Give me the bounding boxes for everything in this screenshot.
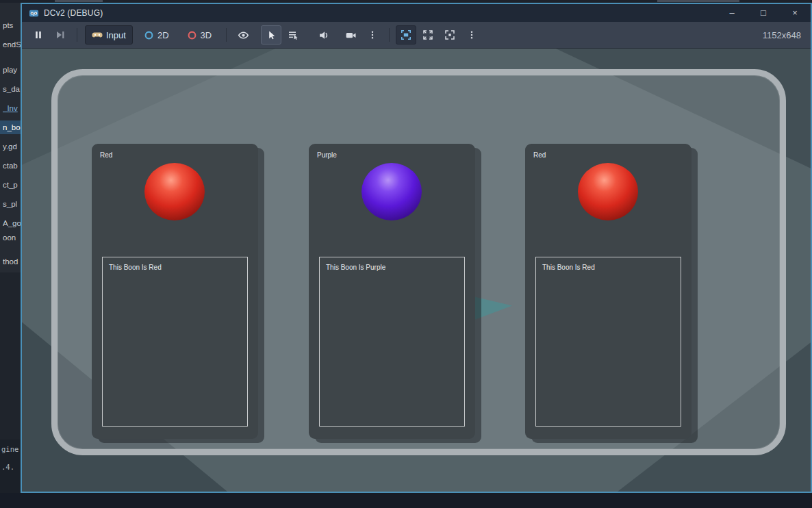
minimize-button[interactable]: – [716, 4, 748, 22]
2d-toggle-label: 2D [157, 31, 169, 40]
camera-options-menu[interactable] [362, 25, 383, 45]
card-description: This Boon Is Red [536, 257, 681, 277]
vertical-dots-icon [467, 29, 477, 40]
next-frame-icon [55, 29, 66, 40]
window-title: DCv2 (DEBUG) [44, 8, 103, 18]
card-title: Red [100, 151, 112, 159]
2d-toggle[interactable]: 2D [137, 25, 176, 45]
list-select-icon [288, 29, 299, 40]
expand-icon [422, 29, 433, 40]
window-titlebar[interactable]: DCv2 (DEBUG) – □ × [22, 4, 811, 22]
debug-toolbar: Input 2D 3D [22, 22, 811, 49]
toolbar-separator [77, 28, 77, 42]
editor-file-item[interactable]: s_da [3, 82, 21, 96]
clipped-editor-text [657, 0, 739, 2]
window-controls: – □ × [716, 4, 811, 22]
editor-file-item[interactable]: endS [3, 38, 21, 51]
3d-toggle[interactable]: 3D [180, 25, 219, 45]
boon-sphere [361, 163, 422, 220]
speaker-icon [318, 29, 330, 41]
boon-card[interactable]: Red This Boon Is Red [525, 144, 692, 439]
fullscreen-button[interactable] [440, 25, 460, 45]
expand-window-button[interactable] [418, 25, 438, 45]
embed-frame-icon [401, 29, 411, 40]
game-viewport: Red This Boon Is Red Purple This Boon Is… [22, 49, 811, 492]
godot-icon [29, 8, 39, 18]
cursor-icon [266, 30, 277, 40]
card-title: Purple [317, 151, 337, 159]
list-select-button[interactable] [283, 25, 303, 45]
editor-bottom-strip [0, 493, 812, 508]
input-toggle[interactable]: Input [85, 25, 133, 45]
toolbar-separator [226, 28, 227, 42]
fullscreen-icon [444, 29, 455, 40]
close-button[interactable]: × [779, 4, 811, 22]
embed-game-toggle[interactable] [396, 25, 416, 45]
viewport-resolution: 1152x648 [763, 30, 801, 40]
editor-file-item[interactable]: pts [3, 18, 21, 32]
eye-icon [238, 29, 249, 41]
screen: pts endS play s_da _Inv n_bo y.gd ctab c… [0, 0, 812, 508]
boon-sphere [578, 163, 638, 220]
camera-icon [345, 29, 357, 41]
boon-sphere [144, 163, 205, 220]
visibility-button[interactable] [233, 25, 253, 45]
editor-file-item[interactable]: ct_p [3, 178, 21, 192]
3d-toggle-label: 3D [201, 31, 212, 40]
maximize-button[interactable]: □ [748, 4, 779, 22]
card-description-box: This Boon Is Red [102, 257, 248, 427]
editor-file-item[interactable]: _Inv [3, 101, 21, 115]
pause-button[interactable] [28, 25, 49, 45]
boon-card[interactable]: Purple This Boon Is Purple [309, 144, 475, 439]
select-mode-button[interactable] [261, 25, 281, 45]
audio-mute-button[interactable] [314, 25, 334, 45]
editor-output-line: .4. [1, 461, 21, 472]
editor-file-item[interactable]: ctab [3, 159, 21, 173]
editor-file-item[interactable]: n_bo [0, 120, 23, 134]
card-description-box: This Boon Is Purple [319, 257, 465, 427]
card-title: Red [533, 151, 546, 159]
3d-circle-icon [187, 30, 197, 40]
editor-file-item[interactable]: play [3, 63, 21, 77]
gamepad-icon [92, 29, 103, 40]
card-description: This Boon Is Red [103, 257, 247, 277]
boon-card[interactable]: Red This Boon Is Red [92, 144, 258, 439]
editor-output-line: gine [1, 444, 21, 455]
card-description: This Boon Is Purple [320, 257, 464, 277]
2d-circle-icon [144, 30, 154, 40]
card-description-box: This Boon Is Red [535, 257, 681, 427]
vertical-dots-icon [368, 29, 377, 40]
editor-file-item[interactable]: oon [3, 231, 21, 244]
pause-icon [33, 29, 44, 40]
input-toggle-label: Input [106, 31, 126, 40]
editor-file-item[interactable]: A_go [3, 216, 21, 230]
camera-override-button[interactable] [340, 25, 361, 45]
embed-options-menu[interactable] [461, 25, 482, 45]
debug-game-window: DCv2 (DEBUG) – □ × [21, 3, 812, 493]
editor-file-item[interactable]: y.gd [3, 140, 21, 153]
editor-file-item[interactable]: thod [3, 255, 21, 268]
editor-lower-panel [0, 272, 21, 440]
next-frame-button[interactable] [50, 25, 71, 45]
editor-file-item[interactable]: s_pl [3, 197, 21, 211]
clipped-editor-text [55, 0, 103, 2]
toolbar-separator [389, 28, 390, 42]
